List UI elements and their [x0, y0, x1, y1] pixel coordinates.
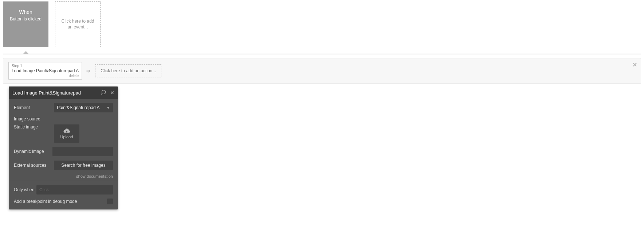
actions-panel: ✕ Step 1 Load Image Paint&Signaturepad A… — [3, 58, 641, 84]
event-card-selected[interactable]: When Button is clicked — [3, 1, 48, 47]
add-event-card[interactable]: Click here to add an event... — [55, 1, 101, 47]
arrow-right-icon: ➔ — [86, 68, 91, 74]
step-number-label: Step 1 — [12, 64, 79, 68]
section-divider — [3, 54, 641, 54]
event-when-subtitle: Button is clicked — [10, 16, 42, 22]
workflow-step-card[interactable]: Step 1 Load Image Paint&Signaturepad A d… — [8, 62, 82, 80]
step-action-text: Load Image Paint&Signaturepad A — [12, 68, 79, 73]
add-event-label: Click here to add an event... — [61, 19, 94, 30]
arrow-up-icon — [23, 51, 29, 54]
add-action-label: Click here to add an action... — [101, 68, 156, 73]
add-action-card[interactable]: Click here to add an action... — [95, 64, 161, 77]
event-when-title: When — [19, 9, 32, 15]
step-delete-link[interactable]: delete — [12, 74, 79, 78]
actions-panel-close-icon[interactable]: ✕ — [632, 61, 637, 68]
